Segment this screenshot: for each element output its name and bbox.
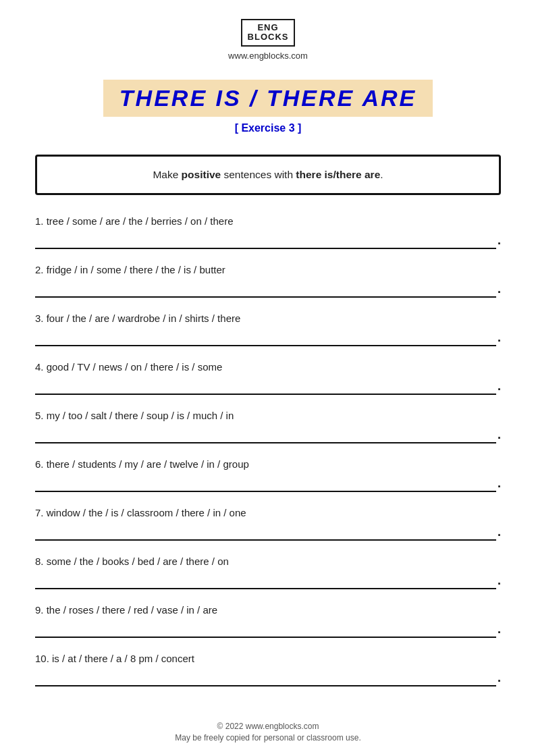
- answer-line-container: .: [35, 525, 501, 541]
- answer-line-container: .: [35, 282, 501, 298]
- answer-input[interactable]: [35, 574, 496, 589]
- exercise-item: 5. my / too / salt / there / soup / is /…: [35, 410, 501, 443]
- instruction-text-before: Make: [153, 169, 181, 180]
- logo-blocks: BLOCKS: [248, 32, 289, 42]
- instruction-text-end: .: [380, 169, 383, 180]
- exercise-item: 3. four / the / are / wardrobe / in / sh…: [35, 313, 501, 346]
- answer-input[interactable]: [35, 623, 496, 638]
- answer-input[interactable]: [35, 380, 496, 395]
- line-dot: .: [498, 331, 501, 346]
- exercise-item: 8. some / the / books / bed / are / ther…: [35, 556, 501, 589]
- line-dot: .: [498, 671, 501, 686]
- line-dot: .: [498, 234, 501, 249]
- exercise-item: 9. the / roses / there / red / vase / in…: [35, 604, 501, 638]
- answer-line-container: .: [35, 234, 501, 249]
- exercise-item: 4. good / TV / news / on / there / is / …: [35, 361, 501, 395]
- answer-line-container: .: [35, 574, 501, 589]
- exercises-container: 1. tree / some / are / the / berries / o…: [35, 215, 501, 701]
- logo: ENG BLOCKS: [241, 19, 296, 47]
- exercise-prompt: 7. window / the / is / classroom / there…: [35, 507, 501, 518]
- answer-input[interactable]: [35, 234, 496, 249]
- answer-input[interactable]: [35, 331, 496, 346]
- exercise-prompt: 2. fridge / in / some / there / the / is…: [35, 264, 501, 275]
- footer-license: May be freely copied for personal or cla…: [175, 733, 360, 742]
- footer-copyright: © 2022 www.engblocks.com: [175, 722, 360, 731]
- exercise-item: 1. tree / some / are / the / berries / o…: [35, 215, 501, 249]
- instruction-box: Make positive sentences with there is/th…: [35, 155, 501, 195]
- exercise-prompt: 10. is / at / there / a / 8 pm / concert: [35, 653, 501, 664]
- exercise-item: 6. there / students / my / are / twelve …: [35, 458, 501, 492]
- instruction-bold1: positive: [182, 169, 221, 180]
- answer-line-container: .: [35, 622, 501, 638]
- answer-input[interactable]: [35, 526, 496, 541]
- answer-line-container: .: [35, 671, 501, 686]
- logo-eng: ENG: [248, 23, 289, 32]
- answer-input[interactable]: [35, 283, 496, 298]
- answer-input[interactable]: [35, 477, 496, 492]
- line-dot: .: [498, 428, 501, 443]
- website-url: www.engblocks.com: [228, 51, 308, 61]
- subtitle: [ Exercise 3 ]: [235, 122, 302, 134]
- instruction-bold2: there is/there are: [296, 169, 380, 180]
- main-title: THERE IS / THERE ARE: [103, 80, 433, 117]
- exercise-prompt: 5. my / too / salt / there / soup / is /…: [35, 410, 501, 421]
- exercise-prompt: 1. tree / some / are / the / berries / o…: [35, 215, 501, 227]
- exercise-item: 10. is / at / there / a / 8 pm / concert…: [35, 653, 501, 686]
- line-dot: .: [498, 574, 501, 589]
- line-dot: .: [498, 477, 501, 492]
- exercise-prompt: 4. good / TV / news / on / there / is / …: [35, 361, 501, 373]
- line-dot: .: [498, 525, 501, 541]
- answer-input[interactable]: [35, 429, 496, 443]
- answer-input[interactable]: [35, 672, 496, 686]
- exercise-prompt: 9. the / roses / there / red / vase / in…: [35, 604, 501, 616]
- answer-line-container: .: [35, 428, 501, 443]
- footer: © 2022 www.engblocks.com May be freely c…: [175, 701, 360, 756]
- answer-line-container: .: [35, 379, 501, 395]
- line-dot: .: [498, 282, 501, 298]
- exercise-item: 2. fridge / in / some / there / the / is…: [35, 264, 501, 298]
- answer-line-container: .: [35, 477, 501, 492]
- line-dot: .: [498, 379, 501, 395]
- exercise-prompt: 3. four / the / are / wardrobe / in / sh…: [35, 313, 501, 324]
- instruction-text-middle: sentences with: [221, 169, 296, 180]
- exercise-prompt: 6. there / students / my / are / twelve …: [35, 458, 501, 470]
- exercise-item: 7. window / the / is / classroom / there…: [35, 507, 501, 541]
- answer-line-container: .: [35, 331, 501, 346]
- header: ENG BLOCKS www.engblocks.com: [228, 19, 308, 61]
- line-dot: .: [498, 622, 501, 638]
- logo-text: ENG BLOCKS: [241, 19, 296, 47]
- exercise-prompt: 8. some / the / books / bed / are / ther…: [35, 556, 501, 567]
